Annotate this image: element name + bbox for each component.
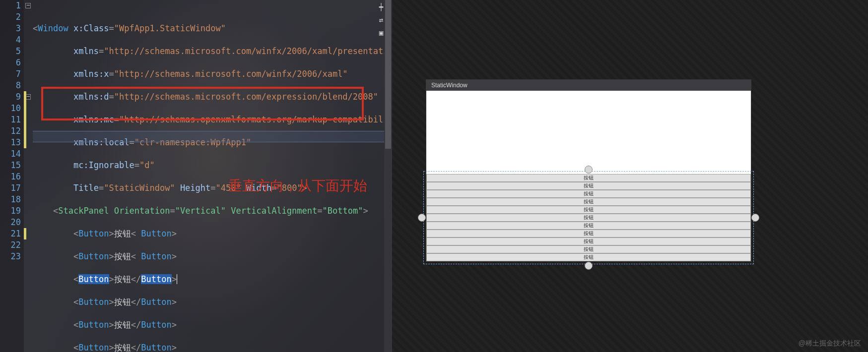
split-icon[interactable]: ┿ xyxy=(376,3,386,13)
current-line-highlight xyxy=(33,131,384,142)
line-number: 19 xyxy=(0,205,21,217)
annotation-box xyxy=(41,87,364,120)
preview-button[interactable]: 按钮 xyxy=(426,206,751,214)
change-marker xyxy=(24,91,26,148)
line-number: 22 xyxy=(0,239,21,251)
line-number: 23 xyxy=(0,251,21,262)
line-number: 1 xyxy=(0,0,21,11)
resize-handle-right[interactable] xyxy=(751,214,759,222)
line-number: 18 xyxy=(0,194,21,205)
preview-window-title: StaticWindow xyxy=(426,80,751,91)
preview-button[interactable]: 按钮 xyxy=(426,198,751,206)
code-text-area[interactable]: <Window x:Class="WpfApp1.StaticWindow" x… xyxy=(33,0,384,352)
preview-button[interactable]: 按钮 xyxy=(426,214,751,222)
preview-button[interactable]: 按钮 xyxy=(426,237,751,245)
line-number: 8 xyxy=(0,80,21,91)
designer-pane[interactable]: StaticWindow 按钮 按钮 按钮 按钮 按钮 按钮 按钮 按钮 按钮 … xyxy=(392,0,868,352)
preview-button[interactable]: 按钮 xyxy=(426,190,751,198)
preview-button[interactable]: 按钮 xyxy=(426,245,751,253)
line-number: 12 xyxy=(0,125,21,137)
preview-button[interactable]: 按钮 xyxy=(426,230,751,237)
watermark-text: @稀土掘金技术社区 xyxy=(799,339,861,348)
line-number: 2 xyxy=(0,11,21,23)
line-number: 5 xyxy=(0,46,21,57)
editor-margin-icons: ┿ ⇄ ▣ xyxy=(376,0,391,42)
preview-stackpanel[interactable]: 按钮 按钮 按钮 按钮 按钮 按钮 按钮 按钮 按钮 按钮 按钮 xyxy=(426,174,751,261)
line-number-gutter: 1 2 3 4 5 6 7 8 9 10 11 12 13 14 15 16 1… xyxy=(0,0,24,352)
annotation-text: 垂直方向，从下面开始 xyxy=(228,176,367,195)
fold-toggle-icon[interactable] xyxy=(25,3,31,8)
line-number: 20 xyxy=(0,217,21,228)
line-number: 7 xyxy=(0,68,21,80)
line-number: 10 xyxy=(0,103,21,114)
line-number: 21 xyxy=(0,228,21,239)
preview-button[interactable]: 按钮 xyxy=(426,222,751,230)
editor-scrollbar[interactable] xyxy=(384,0,392,352)
code-editor-pane[interactable]: 1 2 3 4 5 6 7 8 9 10 11 12 13 14 15 16 1… xyxy=(0,0,392,352)
line-number: 13 xyxy=(0,137,21,148)
preview-window[interactable]: StaticWindow 按钮 按钮 按钮 按钮 按钮 按钮 按钮 按钮 按钮 … xyxy=(426,79,751,262)
preview-button[interactable]: 按钮 xyxy=(426,253,751,261)
resize-handle-bottom[interactable] xyxy=(585,262,593,270)
line-number: 14 xyxy=(0,148,21,160)
fold-column xyxy=(24,0,33,352)
line-number: 16 xyxy=(0,171,21,182)
preview-button[interactable]: 按钮 xyxy=(426,174,751,182)
resize-handle-top[interactable] xyxy=(585,166,593,174)
line-number: 6 xyxy=(0,57,21,68)
line-number: 11 xyxy=(0,114,21,125)
line-number: 9 xyxy=(0,91,21,103)
panel-icon[interactable]: ▣ xyxy=(376,29,386,39)
line-number: 4 xyxy=(0,34,21,46)
change-marker xyxy=(24,228,26,239)
line-number: 17 xyxy=(0,182,21,194)
line-number: 3 xyxy=(0,23,21,34)
line-number: 15 xyxy=(0,160,21,171)
swap-icon[interactable]: ⇄ xyxy=(376,16,386,26)
preview-button[interactable]: 按钮 xyxy=(426,182,751,190)
resize-handle-left[interactable] xyxy=(418,214,426,222)
